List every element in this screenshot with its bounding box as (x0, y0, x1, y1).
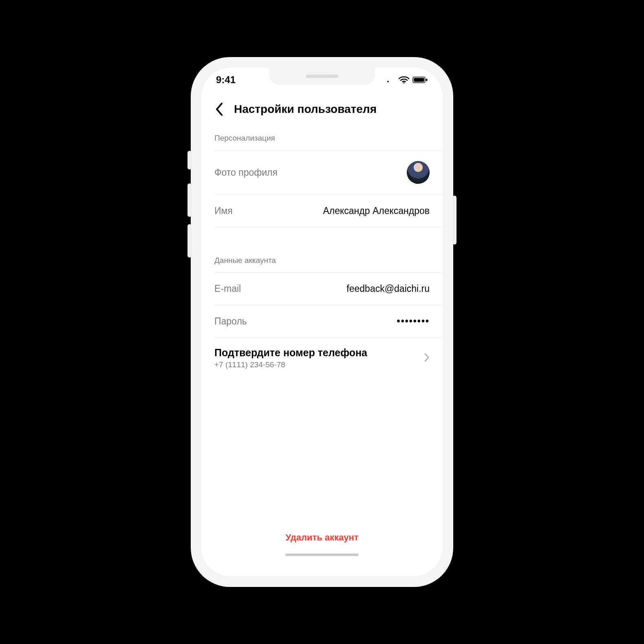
screen: 9:41 (201, 68, 443, 576)
spacer (201, 227, 443, 250)
wifi-icon (399, 76, 409, 84)
volume-down-button (187, 224, 192, 258)
page-title: Настройки пользователя (234, 103, 377, 116)
row-profile-photo[interactable]: Фото профиля (201, 150, 443, 194)
notch (269, 68, 375, 85)
svg-rect-4 (426, 79, 428, 81)
name-label: Имя (214, 205, 233, 216)
section-header-account: Данные аккаунта (201, 250, 443, 272)
content: Персонализация Фото профиля Имя Александ… (201, 128, 443, 522)
confirm-phone-title: Подтвердите номер телефона (214, 347, 367, 359)
row-email[interactable]: E-mail feedback@daichi.ru (201, 273, 443, 305)
back-button[interactable] (211, 101, 227, 117)
nav-header: Настройки пользователя (201, 92, 443, 128)
email-value: feedback@daichi.ru (346, 283, 430, 294)
home-indicator (285, 554, 359, 556)
profile-photo-label: Фото профиля (214, 167, 278, 178)
phone-frame: 9:41 (191, 57, 453, 587)
volume-up-button (187, 183, 192, 217)
svg-point-0 (387, 81, 389, 82)
password-label: Пароль (214, 316, 247, 327)
avatar (407, 161, 430, 184)
power-button (452, 196, 457, 245)
svg-point-1 (403, 82, 404, 84)
password-mask: •••••••• (397, 316, 430, 327)
battery-icon (412, 76, 428, 84)
name-value: Александр Александров (323, 205, 430, 216)
mute-switch (187, 151, 192, 170)
row-name[interactable]: Имя Александр Александров (201, 195, 443, 227)
speaker-grille (306, 75, 338, 78)
email-label: E-mail (214, 283, 241, 294)
delete-account-button[interactable]: Удалить аккаунт (285, 532, 358, 543)
status-time: 9:41 (216, 74, 236, 86)
svg-rect-3 (414, 78, 424, 82)
cellular-icon (386, 77, 395, 83)
row-password[interactable]: Пароль •••••••• (201, 305, 443, 337)
confirm-phone-value: +7 (1111) 234-56-78 (214, 360, 367, 369)
chevron-left-icon (215, 102, 223, 116)
chevron-right-icon (424, 353, 430, 364)
footer: Удалить аккаунт (201, 522, 443, 576)
section-header-personalization: Персонализация (201, 128, 443, 150)
row-confirm-phone[interactable]: Подтвердите номер телефона +7 (1111) 234… (201, 338, 443, 380)
